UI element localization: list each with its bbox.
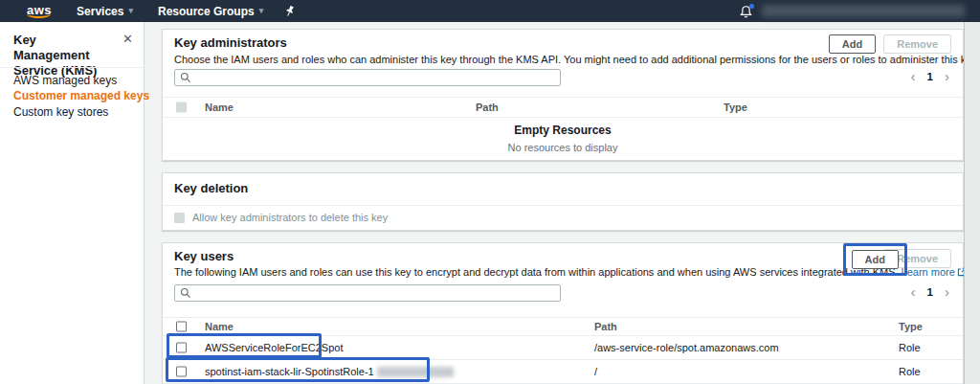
notifications-button[interactable] — [740, 5, 752, 18]
kms-sidebar: Key Management Service (KMS) ✕ AWS manag… — [0, 22, 145, 384]
panel-divider — [163, 205, 963, 206]
notification-dot — [749, 4, 754, 9]
cell-type: Role — [899, 342, 921, 353]
key-administrators-table-header: Name Path Type — [163, 97, 963, 118]
column-header-path: Path — [476, 102, 499, 113]
account-menu-redacted[interactable] — [762, 5, 965, 17]
select-all-checkbox — [176, 102, 187, 113]
select-all-checkbox[interactable] — [176, 322, 187, 332]
key-users-search — [174, 284, 561, 302]
cell-name: AWSServiceRoleForEC2Spot — [205, 342, 343, 353]
column-header-name: Name — [205, 321, 234, 332]
cell-type: Role — [899, 366, 921, 377]
key-users-panel: Key users Add Remove The following IAM u… — [162, 242, 964, 384]
key-deletion-panel: Key deletion Allow key administrators to… — [162, 172, 964, 231]
empty-state-message: No resources to display — [163, 142, 963, 153]
page-number[interactable]: 1 — [927, 286, 933, 298]
key-administrators-title: Key administrators — [174, 35, 287, 50]
key-users-pagination: ‹ 1 › — [911, 286, 949, 298]
sidebar-item-aws-managed-keys[interactable]: AWS managed keys — [13, 74, 117, 87]
column-header-name: Name — [205, 102, 234, 113]
aws-logo[interactable]: aws — [27, 5, 52, 18]
remove-key-administrators-button[interactable]: Remove — [883, 34, 951, 54]
aws-logo-text: aws — [27, 5, 52, 15]
sidebar-item-customer-managed-keys[interactable]: Customer managed keys — [13, 89, 149, 102]
table-row-aws-service-role[interactable]: AWSServiceRoleForEC2Spot /aws-service-ro… — [163, 336, 963, 360]
cell-path: / — [594, 366, 597, 377]
cell-path: /aws-service-role/spot.amazonaws.com — [594, 342, 779, 353]
sidebar-item-custom-key-stores[interactable]: Custom key stores — [13, 105, 108, 119]
add-key-users-button[interactable]: Add — [852, 250, 899, 269]
row-checkbox[interactable] — [176, 367, 187, 377]
cell-name: spotinst-iam-stack-lir-SpotinstRole-1 — [205, 366, 454, 377]
sidebar-divider — [0, 67, 145, 68]
annotation-highlight-add-button: Add — [843, 243, 907, 276]
key-users-table-header: Name Path Type — [163, 317, 963, 336]
allow-deletion-label: Allow key administrators to delete this … — [192, 212, 388, 223]
column-header-type: Type — [724, 102, 747, 113]
next-page-icon[interactable]: › — [945, 286, 949, 298]
column-header-path: Path — [594, 321, 617, 332]
chevron-down-icon: ▾ — [128, 7, 133, 15]
add-key-administrators-button[interactable]: Add — [829, 34, 876, 54]
key-administrators-description: Choose the IAM users and roles who can a… — [174, 54, 980, 66]
close-icon[interactable]: ✕ — [122, 33, 133, 45]
scrollbar-track[interactable] — [964, 22, 980, 384]
key-deletion-title: Key deletion — [174, 181, 248, 195]
previous-page-icon[interactable]: ‹ — [911, 71, 916, 82]
nav-services[interactable]: Services ▾ — [77, 5, 133, 18]
search-icon — [180, 72, 191, 83]
search-icon — [180, 287, 191, 299]
empty-state-title: Empty Resources — [163, 124, 963, 137]
chevron-down-icon: ▾ — [259, 7, 264, 15]
previous-page-icon[interactable]: ‹ — [911, 286, 916, 298]
nav-resource-groups[interactable]: Resource Groups ▾ — [158, 5, 263, 18]
key-users-title: Key users — [174, 249, 234, 263]
column-header-type: Type — [899, 321, 923, 332]
search-input[interactable] — [195, 286, 560, 300]
topbar-right-group — [740, 0, 965, 22]
learn-more-link[interactable]: Learn more — [902, 266, 955, 278]
page-number[interactable]: 1 — [927, 71, 933, 82]
key-administrators-panel: Key administrators Add Remove Choose the… — [162, 29, 964, 161]
key-administrators-search — [174, 69, 561, 86]
top-navigation-bar: aws Services ▾ Resource Groups ▾ — [0, 0, 980, 22]
pin-icon[interactable] — [284, 6, 295, 17]
sidebar-title: Key Management Service (KMS) — [13, 33, 114, 79]
row-checkbox[interactable] — [176, 343, 187, 353]
key-administrators-pagination: ‹ 1 › — [911, 71, 949, 82]
allow-deletion-checkbox — [174, 213, 185, 223]
table-row-spotinst-role[interactable]: spotinst-iam-stack-lir-SpotinstRole-1 / … — [163, 360, 963, 384]
search-input[interactable] — [195, 71, 560, 84]
redacted-name-suffix — [377, 367, 454, 377]
next-page-icon[interactable]: › — [945, 71, 949, 82]
